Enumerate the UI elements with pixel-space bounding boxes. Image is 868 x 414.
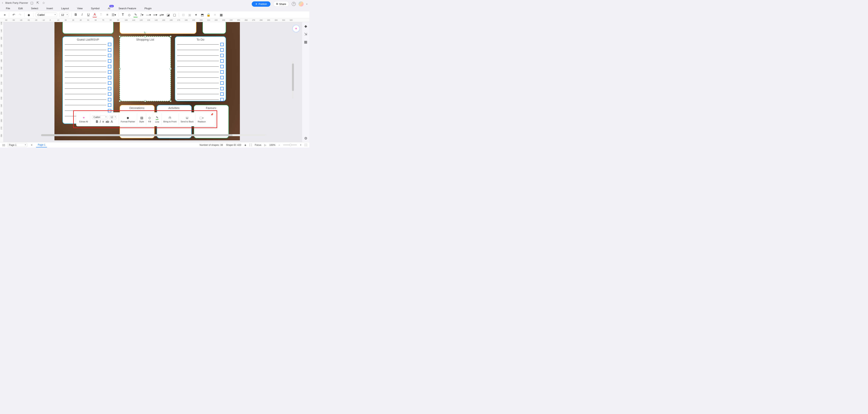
zoom-slider[interactable] bbox=[283, 145, 297, 145]
radius-icon[interactable]: ▢ bbox=[173, 12, 176, 18]
replace-icon[interactable]: ▢▸ bbox=[199, 116, 204, 119]
zoom-out-icon[interactable]: − bbox=[279, 144, 280, 146]
format-painter-icon[interactable]: ◆ bbox=[27, 12, 31, 18]
float-strike-icon[interactable]: ab bbox=[105, 120, 109, 124]
back-button[interactable]: ‹ bbox=[2, 1, 3, 4]
float-size-select[interactable]: 12 bbox=[109, 115, 117, 119]
lock-icon[interactable]: 🔒 bbox=[207, 12, 211, 18]
menu-select[interactable]: Select bbox=[31, 7, 38, 10]
bold-icon[interactable]: B bbox=[74, 12, 78, 18]
float-font-color-icon[interactable]: A bbox=[111, 120, 113, 124]
checkbox[interactable] bbox=[108, 87, 111, 90]
font-size-select[interactable]: 12 bbox=[59, 12, 69, 17]
group-icon[interactable]: ▣ bbox=[188, 12, 191, 18]
grid-panel-icon[interactable]: ▦ bbox=[304, 40, 307, 44]
page-layout-icon[interactable]: ▯▯ bbox=[2, 144, 5, 146]
float-bold-icon[interactable]: B bbox=[96, 120, 98, 124]
checkbox[interactable] bbox=[108, 76, 111, 79]
line-weight-icon[interactable]: ═▾ bbox=[153, 12, 157, 18]
text-box-icon[interactable]: T bbox=[121, 12, 125, 18]
align-left-icon[interactable]: ≡ bbox=[105, 12, 109, 18]
checkbox[interactable] bbox=[220, 93, 224, 96]
checkbox[interactable] bbox=[220, 65, 224, 68]
checkbox[interactable] bbox=[108, 65, 111, 68]
checkbox[interactable] bbox=[108, 54, 111, 57]
underline-icon[interactable]: U bbox=[86, 12, 90, 18]
shadow-icon[interactable]: ◪ bbox=[166, 12, 170, 18]
float-font-select[interactable]: Calibri bbox=[92, 115, 107, 119]
connector-icon[interactable]: ⤴▾ bbox=[140, 12, 144, 18]
shopping-list-card[interactable]: Shopping List ↻ ◇ ○ ○ bbox=[120, 36, 171, 101]
menu-symbol[interactable]: Symbol bbox=[91, 7, 99, 10]
checkbox[interactable] bbox=[220, 54, 224, 57]
add-page-button[interactable]: + bbox=[30, 143, 34, 147]
checkbox[interactable] bbox=[108, 98, 111, 101]
horizontal-scrollbar[interactable] bbox=[41, 134, 266, 136]
align-objects-icon[interactable]: ⊟ bbox=[181, 12, 185, 18]
todo-card[interactable]: To Do bbox=[175, 36, 226, 101]
float-style-icon[interactable]: ▨ bbox=[140, 116, 143, 119]
text-tool-icon[interactable]: T bbox=[99, 12, 103, 18]
float-italic-icon[interactable]: I bbox=[100, 120, 101, 124]
checkbox[interactable] bbox=[108, 93, 111, 96]
send-to-back-icon[interactable]: ⊔ bbox=[186, 116, 188, 119]
checkbox[interactable] bbox=[108, 59, 111, 63]
checkbox[interactable] bbox=[108, 70, 111, 74]
fill-panel-icon[interactable]: ◆ bbox=[304, 24, 307, 28]
data-icon[interactable]: ▦ bbox=[219, 12, 223, 18]
checkbox[interactable] bbox=[108, 103, 111, 107]
page-selector[interactable]: Page-1 bbox=[7, 143, 27, 147]
menu-ai[interactable]: AIhot bbox=[108, 7, 110, 10]
line-spacing-icon[interactable]: ☰▾ bbox=[112, 12, 116, 18]
focus-label[interactable]: Focus bbox=[255, 144, 261, 146]
help-icon[interactable]: ? bbox=[292, 2, 296, 6]
share-button[interactable]: ⧉Share bbox=[273, 1, 289, 7]
menu-layout[interactable]: Layout bbox=[61, 7, 69, 10]
pin-icon[interactable]: 📌 bbox=[211, 113, 213, 116]
float-line-icon[interactable]: ✎ bbox=[156, 116, 158, 120]
expand-toolbar-icon[interactable]: » bbox=[3, 12, 7, 18]
vertical-scrollbar[interactable] bbox=[292, 62, 294, 99]
menu-insert[interactable]: Insert bbox=[46, 7, 53, 10]
tools-icon[interactable]: ✕ bbox=[213, 12, 217, 18]
checkbox[interactable] bbox=[220, 43, 224, 46]
checkbox[interactable] bbox=[220, 98, 224, 101]
checkbox[interactable] bbox=[108, 48, 111, 51]
avatar-dropdown-icon[interactable]: ▾ bbox=[306, 3, 307, 5]
export-panel-icon[interactable]: ⇲ bbox=[304, 32, 307, 36]
font-family-select[interactable]: Calibri bbox=[36, 12, 57, 17]
settings-panel-icon[interactable]: ⚙ bbox=[304, 136, 307, 140]
fill-icon[interactable]: ◇ bbox=[127, 12, 131, 18]
export-icon[interactable]: ⇱ bbox=[36, 1, 39, 5]
zoom-in-icon[interactable]: + bbox=[300, 144, 302, 146]
play-icon[interactable]: ▷ bbox=[265, 144, 266, 146]
font-color-icon[interactable]: A bbox=[93, 12, 97, 18]
float-align-icon[interactable]: ≡ bbox=[102, 120, 104, 124]
float-fill-icon[interactable]: ◇ bbox=[148, 116, 151, 119]
left-anchor-icon[interactable]: ○ bbox=[114, 67, 117, 70]
publish-button[interactable]: ✈Publish bbox=[252, 1, 271, 7]
checkbox[interactable] bbox=[220, 87, 224, 90]
checkbox[interactable] bbox=[220, 59, 224, 63]
edraw-ai-icon[interactable]: ✦ bbox=[83, 116, 85, 119]
top-card-right[interactable] bbox=[203, 22, 226, 34]
arrow-style-icon[interactable]: ⇄▾ bbox=[160, 12, 164, 18]
page-tab[interactable]: Page-1 bbox=[36, 143, 47, 147]
float-format-painter-icon[interactable]: ◆ bbox=[127, 116, 129, 119]
bring-to-front-icon[interactable]: ⊓ bbox=[169, 116, 171, 119]
ai-assistant-badge[interactable]: ✦ bbox=[292, 25, 300, 32]
checkbox[interactable] bbox=[108, 81, 111, 85]
checkbox[interactable] bbox=[220, 76, 224, 79]
menu-plugin[interactable]: Plugin bbox=[145, 7, 152, 10]
star-icon[interactable]: ☆ bbox=[42, 1, 45, 5]
menu-view[interactable]: View bbox=[77, 7, 83, 10]
layers-icon[interactable]: ◈ bbox=[244, 144, 246, 146]
italic-icon[interactable]: I bbox=[80, 12, 84, 18]
fullscreen-icon[interactable]: ⛶ bbox=[305, 144, 307, 146]
crop-icon[interactable]: ⬒ bbox=[200, 12, 204, 18]
menu-edit[interactable]: Edit bbox=[18, 7, 23, 10]
line-color-icon[interactable]: ✎ bbox=[133, 12, 137, 18]
redo-icon[interactable]: ↷ bbox=[18, 12, 22, 18]
checkbox[interactable] bbox=[220, 48, 224, 51]
top-card-mid[interactable] bbox=[120, 22, 196, 34]
